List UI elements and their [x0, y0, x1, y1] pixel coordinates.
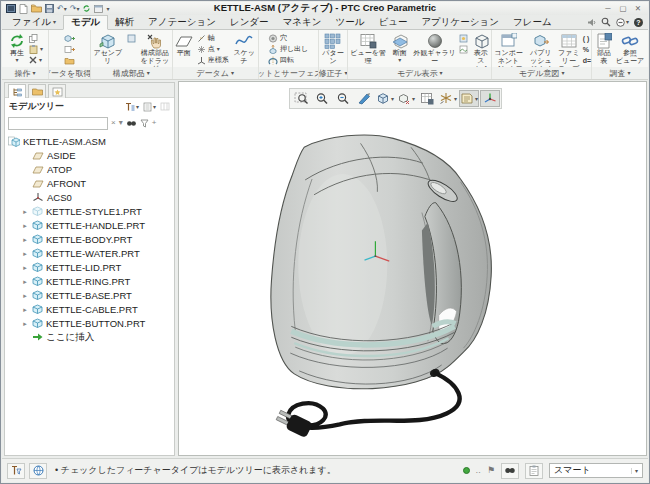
tree-search-input[interactable] — [9, 118, 107, 129]
group-label-datum[interactable]: データム▾ — [173, 67, 259, 79]
tree-item-insert-here[interactable]: ここに挿入 — [5, 330, 174, 344]
refit-button[interactable] — [291, 90, 311, 107]
datum-point-button[interactable]: 点▾ — [197, 44, 229, 54]
extrude-button[interactable]: 押し出し — [268, 44, 308, 54]
tab-render[interactable]: レンダー — [223, 15, 276, 29]
tab-tools[interactable]: ツール — [328, 15, 371, 29]
tab-model[interactable]: モデル — [63, 15, 108, 30]
undo-button[interactable]: ↶▾ — [57, 4, 67, 14]
tree-item-kettle-body[interactable]: ▸KETTLE-BODY.PRT — [5, 232, 174, 246]
filter-icon[interactable] — [140, 119, 149, 128]
reference-viewer-button[interactable]: 参照 ビューア — [615, 32, 646, 65]
close-button[interactable]: ✕ — [633, 5, 643, 13]
selection-filter-dropdown[interactable]: スマート▾ — [549, 463, 643, 478]
parameters-button[interactable]: ( ) — [583, 33, 591, 43]
new-file-button[interactable] — [19, 4, 28, 14]
clipboard-button[interactable] — [525, 463, 543, 479]
group-label-operations[interactable]: 操作▾ — [2, 67, 49, 79]
kettle-3d-model[interactable] — [179, 82, 646, 455]
tree-item-kettle-ring[interactable]: ▸KETTLE-RING.PRT — [5, 274, 174, 288]
manage-views-button[interactable]: ビューを管理▾ — [348, 32, 387, 71]
assemble-button[interactable]: アセンブリ▾ — [91, 32, 125, 71]
annotation-display-button[interactable]: ▾ — [459, 90, 479, 107]
spin-center-button[interactable] — [480, 90, 500, 107]
zoom-out-button[interactable] — [333, 90, 353, 107]
tab-annotate[interactable]: アノテーション — [141, 15, 223, 29]
pattern-button[interactable]: パターン▾ — [319, 32, 348, 71]
tree-item-kettle-cable[interactable]: ▸KETTLE-CABLE.PRT — [5, 302, 174, 316]
tree-item-kettle-button[interactable]: ▸KETTLE-BUTTON.PRT — [5, 316, 174, 330]
announcement-icon[interactable] — [587, 18, 596, 27]
datum-plane-button[interactable]: 平面 — [173, 32, 195, 57]
datum-csys-button[interactable]: 座標系 — [197, 55, 229, 65]
tab-view[interactable]: ビュー — [371, 15, 414, 29]
tree-item-atop[interactable]: ATOP — [5, 162, 174, 176]
group-label-get-data[interactable]: データを取得▾ — [49, 67, 91, 79]
revolve-button[interactable]: 回転 — [268, 55, 308, 65]
tree-settings-icon[interactable]: ▾ — [125, 102, 139, 112]
help-icon[interactable]: ? — [634, 18, 643, 27]
display-style-toolbar-button[interactable]: ▾ — [375, 90, 395, 107]
tree-columns-icon[interactable] — [160, 102, 170, 111]
search-options-icon[interactable]: ▾ — [119, 119, 123, 127]
zoom-in-button[interactable] — [312, 90, 332, 107]
appearance-gallery-button[interactable]: 外観ギャラリー▾ — [412, 32, 458, 71]
app-icon[interactable] — [6, 4, 16, 13]
user-defined-feature-button[interactable] — [64, 55, 75, 65]
expand-search-icon[interactable]: + — [152, 119, 157, 127]
hole-button[interactable]: 穴 — [268, 33, 308, 43]
qat-customize-button[interactable]: ▾ — [106, 4, 109, 14]
notification-flag-icon[interactable]: ⚑ — [487, 466, 495, 475]
window-switch-button[interactable] — [94, 4, 103, 14]
group-label-model-display[interactable]: モデル表示▾ — [348, 67, 492, 79]
regenerate-button[interactable]: 再生▾ — [7, 32, 27, 63]
minimize-ribbon-icon[interactable]: ▾ — [616, 18, 629, 27]
group-label-model-intent[interactable]: モデル意図▾ — [492, 67, 592, 79]
open-file-button[interactable] — [31, 4, 42, 14]
tree-item-acs0[interactable]: ACS0 — [5, 190, 174, 204]
group-label-cut-surface[interactable]: カットとサーフェス▾ — [259, 67, 319, 79]
regenerate-quick-button[interactable] — [82, 4, 91, 14]
datum-axis-button[interactable]: 軸 — [197, 33, 229, 43]
scene-button[interactable] — [459, 33, 468, 43]
tab-file[interactable]: ファイル▾ — [5, 15, 63, 29]
search-model-button[interactable] — [501, 463, 519, 479]
tab-favorites[interactable] — [48, 84, 66, 98]
get-data-button[interactable] — [64, 44, 75, 54]
tree-filters-icon[interactable]: ▾ — [143, 102, 156, 112]
sketch-button[interactable]: スケッチ — [231, 32, 258, 65]
section-button[interactable]: 断面▾ — [390, 32, 410, 63]
bom-button[interactable]: 部品 表▾ — [595, 32, 613, 71]
paste-button[interactable]: ▾ — [29, 44, 43, 54]
tree-item-kettle-style1[interactable]: ▸KETTLE-STYLE1.PRT — [5, 204, 174, 218]
command-search-icon[interactable] — [601, 17, 611, 27]
tab-framework[interactable]: フレーム — [506, 15, 559, 29]
tree-item-kettle-base[interactable]: ▸KETTLE-BASE.PRT — [5, 288, 174, 302]
repaint-button[interactable] — [354, 90, 374, 107]
group-label-modifiers[interactable]: 修正子▾ — [319, 67, 349, 79]
tree-item-afront[interactable]: AFRONT — [5, 176, 174, 190]
repeat-component-button[interactable] — [127, 33, 136, 43]
tree-item-kettle-lid[interactable]: ▸KETTLE-LID.PRT — [5, 260, 174, 274]
maximize-button[interactable]: ▢ — [618, 5, 628, 13]
tab-manikin[interactable]: マネキン — [276, 15, 329, 29]
redo-button[interactable]: ↷▾ — [70, 4, 80, 14]
tree-item-kettle-handle[interactable]: ▸KETTLE-HANDLE.PRT — [5, 218, 174, 232]
switch-dimensions-button[interactable]: % — [583, 44, 591, 54]
tab-folder-browser[interactable] — [28, 84, 46, 98]
graphics-viewport[interactable]: ▾ ▾ ▾ ▾ — [178, 81, 647, 456]
render-setup-button[interactable] — [459, 44, 468, 54]
save-button[interactable] — [45, 4, 54, 14]
clear-search-icon[interactable]: × — [111, 119, 116, 127]
copy-button[interactable] — [29, 33, 43, 43]
find-icon[interactable] — [126, 119, 137, 128]
datum-display-filters-button[interactable]: ▾ — [438, 90, 458, 107]
tree-item-kettle-asm[interactable]: KETTLE-ASM.ASM — [5, 134, 174, 148]
web-browser-button[interactable] — [29, 463, 47, 479]
tab-analysis[interactable]: 解析 — [108, 15, 141, 29]
tab-model-tree[interactable] — [8, 84, 26, 98]
tree-item-kettle-water[interactable]: ▸KETTLE-WATER.PRT — [5, 246, 174, 260]
group-label-investigate[interactable]: 調査▾ — [592, 67, 648, 79]
import-component-button[interactable] — [64, 33, 75, 43]
minimize-button[interactable]: ─ — [603, 5, 613, 13]
